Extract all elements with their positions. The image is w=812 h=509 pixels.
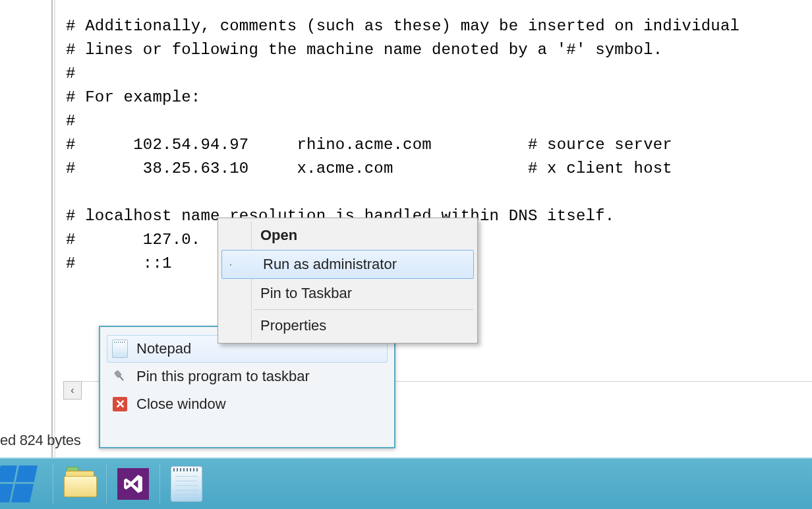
context-menu-pin-taskbar[interactable]: Pin to Taskbar — [219, 279, 476, 308]
context-menu-run-admin-label: Run as administrator — [263, 256, 397, 273]
jumplist-pin-label: Pin this program to taskbar — [136, 368, 310, 385]
visual-studio-icon — [117, 468, 149, 500]
pin-icon — [111, 367, 129, 386]
status-bar-text: ed 824 bytes — [0, 432, 80, 449]
context-menu: Open Run as administrator Pin to Taskbar… — [218, 218, 478, 344]
scroll-left-button[interactable]: ‹ — [63, 381, 82, 400]
context-menu-properties-label: Properties — [260, 317, 326, 334]
taskbar-file-explorer[interactable] — [53, 459, 106, 509]
jumplist-close-item[interactable]: ✕ Close window — [107, 390, 388, 418]
jumplist-close-label: Close window — [136, 396, 226, 413]
taskbar-visual-studio[interactable] — [107, 459, 160, 509]
jumplist-popup: Notepad Pin this program to taskbar ✕ Cl… — [99, 326, 395, 448]
start-button[interactable] — [0, 459, 53, 509]
context-menu-properties[interactable]: Properties — [219, 311, 476, 340]
file-explorer-icon — [64, 471, 96, 497]
context-menu-open-label: Open — [260, 227, 297, 244]
notepad-icon — [112, 340, 128, 358]
context-menu-open[interactable]: Open — [219, 221, 476, 250]
taskbar-notepad[interactable] — [160, 459, 213, 509]
jumplist-pin-item[interactable]: Pin this program to taskbar — [107, 363, 388, 390]
context-menu-separator — [254, 309, 473, 310]
context-menu-pin-label: Pin to Taskbar — [260, 285, 352, 302]
notepad-icon — [171, 466, 202, 502]
jumplist-app-label: Notepad — [136, 340, 191, 357]
context-menu-run-as-admin[interactable]: Run as administrator — [221, 250, 474, 279]
windows-logo-icon — [0, 465, 38, 502]
taskbar — [0, 458, 812, 509]
close-icon: ✕ — [113, 397, 127, 411]
